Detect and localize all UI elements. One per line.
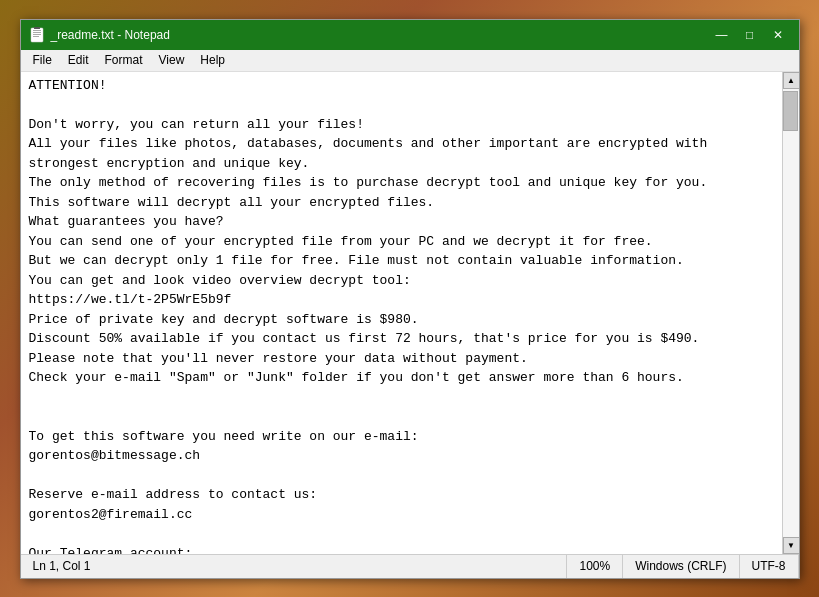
scrollbar-thumb[interactable] bbox=[783, 91, 798, 131]
close-button[interactable]: ✕ bbox=[765, 25, 791, 45]
scrollbar: ▲ ▼ bbox=[782, 72, 799, 554]
notepad-window: _readme.txt - Notepad — □ ✕ File Edit Fo… bbox=[20, 19, 800, 579]
svg-rect-4 bbox=[33, 36, 39, 37]
maximize-button[interactable]: □ bbox=[737, 25, 763, 45]
status-bar: Ln 1, Col 1 100% Windows (CRLF) UTF-8 bbox=[21, 554, 799, 578]
status-encoding: UTF-8 bbox=[740, 555, 799, 578]
svg-rect-1 bbox=[33, 30, 41, 31]
minimize-button[interactable]: — bbox=[709, 25, 735, 45]
title-bar: _readme.txt - Notepad — □ ✕ bbox=[21, 20, 799, 50]
scrollbar-track[interactable] bbox=[783, 89, 799, 537]
cursor-position: Ln 1, Col 1 bbox=[33, 559, 91, 573]
scroll-down-button[interactable]: ▼ bbox=[783, 537, 799, 554]
content-area: ATTENTION! Don't worry, you can return a… bbox=[21, 72, 799, 554]
svg-rect-5 bbox=[34, 27, 40, 29]
status-zoom: 100% bbox=[567, 555, 623, 578]
menu-help[interactable]: Help bbox=[192, 51, 233, 69]
scroll-up-button[interactable]: ▲ bbox=[783, 72, 799, 89]
menu-edit[interactable]: Edit bbox=[60, 51, 97, 69]
window-controls: — □ ✕ bbox=[709, 25, 791, 45]
menu-format[interactable]: Format bbox=[97, 51, 151, 69]
line-ending: Windows (CRLF) bbox=[635, 559, 726, 573]
status-position: Ln 1, Col 1 bbox=[21, 555, 568, 578]
encoding: UTF-8 bbox=[752, 559, 786, 573]
menu-file[interactable]: File bbox=[25, 51, 60, 69]
menu-view[interactable]: View bbox=[151, 51, 193, 69]
menu-bar: File Edit Format View Help bbox=[21, 50, 799, 72]
svg-rect-3 bbox=[33, 34, 41, 35]
text-editor[interactable]: ATTENTION! Don't worry, you can return a… bbox=[21, 72, 782, 554]
notepad-icon bbox=[29, 27, 45, 43]
svg-rect-2 bbox=[33, 32, 41, 33]
window-title: _readme.txt - Notepad bbox=[51, 28, 709, 42]
zoom-level: 100% bbox=[579, 559, 610, 573]
status-line-ending: Windows (CRLF) bbox=[623, 555, 739, 578]
